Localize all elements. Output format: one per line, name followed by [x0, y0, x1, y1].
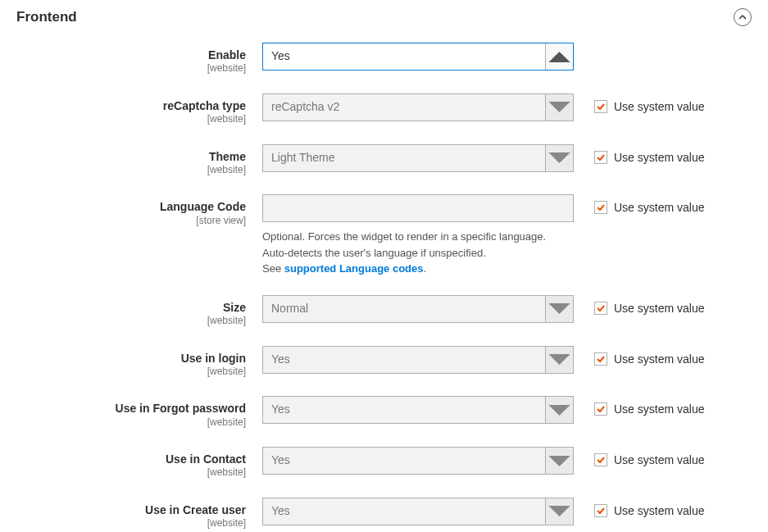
language-code-input — [262, 194, 574, 222]
check-icon — [596, 152, 606, 162]
field-scope: [website] — [16, 517, 246, 530]
use-system-checkbox[interactable] — [594, 100, 607, 113]
use-system-checkbox[interactable] — [594, 352, 607, 366]
field-label: Use in Forgot password — [16, 401, 246, 416]
use-system-checkbox[interactable] — [594, 201, 607, 214]
field-scope: [website] — [16, 315, 246, 328]
field-use-in-contact: Use in Contact [website] Yes Use system … — [16, 447, 752, 480]
contact-select: Yes — [262, 447, 574, 475]
chevron-down-icon — [545, 296, 573, 322]
field-scope: [website] — [16, 366, 246, 379]
select-value: Normal — [263, 296, 545, 322]
label-col: Use in Contact [website] — [16, 447, 262, 480]
field-label: reCaptcha type — [16, 98, 246, 113]
use-system-label: Use system value — [614, 402, 704, 416]
label-col: Use in login [website] — [16, 346, 262, 379]
use-system-checkbox[interactable] — [594, 151, 607, 164]
check-icon — [596, 354, 606, 364]
help-text: Optional. Forces the widget to render in… — [262, 229, 574, 277]
chevron-down-icon — [545, 347, 573, 373]
help-text-body: Optional. Forces the widget to render in… — [262, 230, 546, 259]
use-system-label: Use system value — [614, 100, 704, 113]
theme-select: Light Theme — [262, 144, 574, 172]
field-scope: [store view] — [16, 215, 246, 228]
use-system-checkbox[interactable] — [594, 504, 607, 517]
chevron-down-icon — [545, 498, 573, 525]
field-label: Use in Contact — [16, 452, 246, 466]
use-system-label: Use system value — [614, 151, 704, 164]
field-language-code: Language Code [store view] Optional. For… — [16, 194, 752, 277]
use-system-label: Use system value — [614, 201, 704, 214]
field-use-in-forgot-password: Use in Forgot password [website] Yes Use… — [16, 396, 752, 429]
chevron-down-icon — [545, 145, 573, 171]
check-icon — [596, 455, 606, 465]
section-title: Frontend — [16, 9, 77, 25]
login-select: Yes — [262, 346, 574, 374]
use-system-label: Use system value — [614, 504, 704, 517]
label-col: Use in Forgot password [website] — [16, 396, 262, 429]
check-icon — [596, 202, 606, 212]
select-value: Yes — [263, 43, 545, 70]
field-recaptcha-type: reCaptcha type [website] reCaptcha v2 Us… — [16, 93, 752, 126]
label-col: Use in Create user [website] — [16, 498, 262, 530]
size-select: Normal — [262, 295, 574, 323]
use-system-label: Use system value — [614, 352, 704, 366]
section-header: Frontend — [16, 8, 752, 43]
field-label: Use in Create user — [16, 502, 246, 517]
forgot-select: Yes — [262, 396, 574, 424]
check-icon — [596, 303, 606, 313]
field-scope: [website] — [16, 62, 246, 75]
help-see: See — [262, 262, 284, 275]
select-value: Light Theme — [263, 145, 545, 171]
check-icon — [596, 102, 606, 111]
field-label: Enable — [16, 48, 246, 62]
collapse-toggle[interactable] — [734, 8, 752, 26]
recaptcha-type-select: reCaptcha v2 — [262, 93, 574, 121]
use-system-checkbox[interactable] — [594, 402, 607, 416]
field-use-in-login: Use in login [website] Yes Use system va… — [16, 346, 752, 379]
use-system-checkbox[interactable] — [594, 453, 607, 466]
help-post: . — [424, 262, 427, 275]
label-col: Language Code [store view] — [16, 194, 262, 227]
field-size: Size [website] Normal Use system value — [16, 295, 752, 328]
chevron-up-icon — [738, 13, 747, 21]
label-col: reCaptcha type [website] — [16, 93, 262, 126]
field-scope: [website] — [16, 416, 246, 430]
chevron-down-icon — [545, 94, 573, 120]
field-scope: [website] — [16, 466, 246, 480]
field-theme: Theme [website] Light Theme Use system v… — [16, 144, 752, 177]
select-value: Yes — [263, 448, 545, 474]
create-select: Yes — [262, 498, 574, 525]
label-col: Size [website] — [16, 295, 262, 328]
field-label: Theme — [16, 149, 246, 164]
field-scope: [website] — [16, 164, 246, 177]
enable-select[interactable]: Yes — [262, 43, 574, 70]
field-enable: Enable [website] Yes — [16, 43, 752, 75]
chevron-down-icon — [545, 448, 573, 474]
use-system-label: Use system value — [614, 453, 704, 466]
check-icon — [596, 404, 606, 414]
field-label: Language Code — [16, 199, 246, 214]
chevron-up-icon — [545, 43, 573, 70]
use-system-label: Use system value — [614, 302, 704, 315]
supported-languages-link[interactable]: supported Language codes — [284, 262, 424, 275]
select-value: Yes — [263, 397, 545, 423]
field-scope: [website] — [16, 113, 246, 126]
check-icon — [596, 506, 606, 516]
label-col: Enable [website] — [16, 43, 262, 75]
chevron-down-icon — [545, 397, 573, 423]
use-system-checkbox[interactable] — [594, 302, 607, 315]
select-value: Yes — [263, 347, 545, 373]
select-value: Yes — [263, 498, 545, 525]
field-label: Use in login — [16, 351, 246, 366]
label-col: Theme [website] — [16, 144, 262, 177]
field-label: Size — [16, 300, 246, 315]
field-use-in-create-user: Use in Create user [website] Yes Use sys… — [16, 498, 752, 530]
select-value: reCaptcha v2 — [263, 94, 545, 120]
